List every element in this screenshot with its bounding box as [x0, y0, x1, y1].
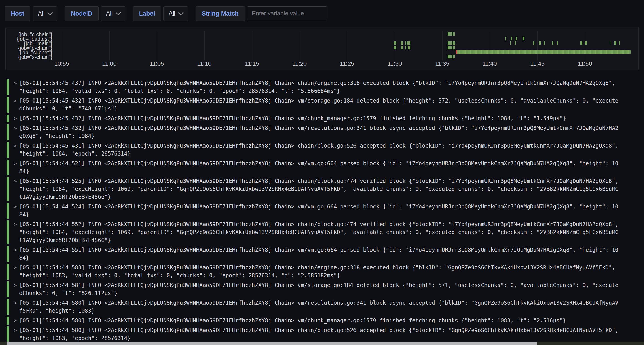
log-line-text: [05-01|15:54:44.525] INFO <2AcRkXTLLtQjv… — [19, 177, 619, 201]
log-level-indicator — [7, 327, 9, 342]
nodeid-variable-dropdown[interactable]: All — [101, 6, 125, 21]
volume-mark — [448, 41, 449, 45]
series-labels: {job="c-chain"}{job="loadtest"}{job="mai… — [12, 32, 52, 59]
log-level-indicator — [7, 177, 9, 201]
expand-row-icon[interactable]: > — [11, 142, 19, 158]
log-row[interactable]: >[05-01|15:54:44.521] INFO <2AcRkXTLLtQj… — [7, 159, 628, 176]
expand-row-icon[interactable]: > — [11, 221, 19, 244]
volume-mark — [406, 41, 406, 45]
series-label: {job="x-chain"} — [12, 55, 52, 59]
volume-mark — [449, 55, 450, 58]
log-row[interactable]: >[05-01|15:54:44.580] INFO <2AcRkXTLLtQj… — [7, 298, 628, 316]
log-line-text: [05-01|15:54:44.580] INFO <2AcRkXTLLtQjv… — [19, 327, 619, 342]
volume-mark — [410, 41, 410, 45]
log-line-text: [05-01|15:54:44.551] INFO <2AcRkXTLLtQjv… — [19, 246, 619, 262]
volume-mark — [614, 41, 616, 45]
x-axis-tick-label: 11:35 — [435, 60, 449, 67]
label-variable-label: Label — [133, 6, 161, 21]
expand-row-icon[interactable]: > — [11, 327, 19, 342]
nodeid-variable-label: NodeID — [65, 6, 98, 21]
log-row[interactable]: >[05-01|15:54:44.580] INFO <2AcRkXTLLtQj… — [7, 316, 628, 326]
log-level-indicator — [7, 203, 9, 219]
log-row[interactable]: >[05-01|15:54:45.432] INFO <2AcRkXTLLtQj… — [7, 114, 628, 123]
expand-row-icon[interactable]: > — [11, 177, 19, 201]
expand-row-icon[interactable]: > — [11, 79, 19, 95]
volume-mark — [580, 41, 582, 45]
volume-mark — [402, 41, 403, 45]
log-level-indicator — [7, 160, 9, 175]
log-line-text: [05-01|15:54:45.432] INFO <2AcRkXTLLtQjv… — [19, 115, 619, 122]
x-grid-line — [347, 31, 348, 60]
log-row[interactable]: >[05-01|15:54:45.432] INFO <2AcRkXTLLtQj… — [7, 123, 628, 141]
expand-row-icon[interactable]: > — [11, 97, 19, 113]
log-row[interactable]: >[05-01|15:54:44.525] INFO <2AcRkXTLLtQj… — [7, 176, 628, 202]
log-line-text: [05-01|15:54:44.580] INFO <2AcRkXTLLtQjv… — [19, 299, 619, 315]
log-row[interactable]: >[05-01|15:54:44.581] INFO <2AcRkXTLLtQj… — [7, 281, 628, 298]
volume-mark — [406, 46, 406, 49]
volume-mark — [454, 32, 454, 36]
log-level-indicator — [7, 142, 9, 158]
x-grid-line — [442, 31, 442, 60]
log-row[interactable]: >[05-01|15:54:45.437] INFO <2AcRkXTLLtQj… — [7, 78, 628, 96]
volume-mark — [448, 32, 449, 36]
volume-mark — [544, 41, 544, 45]
log-row[interactable]: >[05-01|15:54:44.580] INFO <2AcRkXTLLtQj… — [7, 326, 628, 343]
volume-mark — [451, 32, 452, 36]
x-grid-line — [204, 31, 204, 60]
volume-mark — [454, 46, 454, 49]
volume-mark — [610, 41, 611, 45]
log-line-text: [05-01|15:54:45.437] INFO <2AcRkXTLLtQjv… — [19, 79, 619, 95]
expand-row-icon[interactable]: > — [11, 203, 19, 219]
log-row[interactable]: >[05-01|15:54:45.431] INFO <2AcRkXTLLtQj… — [7, 141, 628, 159]
volume-mark — [510, 41, 511, 45]
expand-row-icon[interactable]: > — [11, 299, 19, 315]
log-level-indicator — [7, 281, 9, 297]
x-axis-tick-label: 11:30 — [388, 60, 402, 67]
volume-mark — [534, 41, 534, 45]
expand-row-icon[interactable]: > — [11, 246, 19, 262]
volume-mark — [451, 55, 452, 58]
expand-row-icon[interactable]: > — [11, 115, 19, 122]
volume-row — [6, 46, 638, 49]
log-row[interactable]: >[05-01|15:54:44.552] INFO <2AcRkXTLLtQj… — [7, 220, 628, 245]
host-variable-dropdown[interactable]: All — [33, 6, 57, 21]
log-level-indicator — [7, 124, 9, 140]
volume-mark — [401, 46, 402, 49]
label-variable-value: All — [168, 10, 176, 17]
volume-mark — [514, 41, 516, 45]
expand-row-icon[interactable]: > — [11, 264, 19, 280]
log-volume-plot[interactable]: 10:5511:0011:0511:1011:1511:2011:2511:30… — [6, 27, 638, 70]
volume-mark — [454, 41, 455, 45]
volume-mark — [453, 41, 454, 45]
volume-mark — [505, 37, 506, 40]
log-row[interactable]: >[05-01|15:54:44.583] INFO <2AcRkXTLLtQj… — [7, 263, 628, 281]
log-line-text: [05-01|15:54:44.521] INFO <2AcRkXTLLtQjv… — [19, 160, 619, 175]
expand-row-icon[interactable]: > — [11, 317, 19, 325]
variable-nodeid: NodeID All — [65, 6, 125, 21]
log-level-indicator — [7, 317, 9, 325]
expand-row-icon[interactable]: > — [11, 124, 19, 140]
label-variable-dropdown[interactable]: All — [164, 6, 188, 21]
horizontal-scrollbar-track — [0, 342, 644, 345]
horizontal-scrollbar-thumb[interactable] — [7, 342, 537, 345]
volume-mark — [452, 46, 452, 49]
log-row[interactable]: >[05-01|15:54:45.432] INFO <2AcRkXTLLtQj… — [7, 96, 628, 114]
string-match-input[interactable] — [247, 6, 327, 20]
log-line-text: [05-01|15:54:44.580] INFO <2AcRkXTLLtQjv… — [19, 317, 619, 325]
volume-mark — [449, 32, 450, 36]
volume-mark — [457, 50, 631, 54]
log-lines-list: >[05-01|15:54:45.437] INFO <2AcRkXTLLtQj… — [7, 78, 628, 343]
log-row[interactable]: >[05-01|15:54:44.551] INFO <2AcRkXTLLtQj… — [7, 245, 628, 263]
volume-mark — [449, 46, 450, 49]
chevron-down-icon — [116, 10, 121, 15]
volume-mark — [619, 41, 620, 45]
log-level-indicator — [7, 221, 9, 244]
log-level-indicator — [7, 246, 9, 262]
log-row[interactable]: >[05-01|15:54:44.524] INFO <2AcRkXTLLtQj… — [7, 202, 628, 220]
expand-row-icon[interactable]: > — [11, 160, 19, 175]
expand-row-icon[interactable]: > — [11, 281, 19, 297]
variable-string-match: String Match — [196, 6, 327, 21]
log-level-indicator — [7, 264, 9, 280]
volume-mark — [539, 41, 541, 45]
volume-mark — [448, 46, 449, 49]
